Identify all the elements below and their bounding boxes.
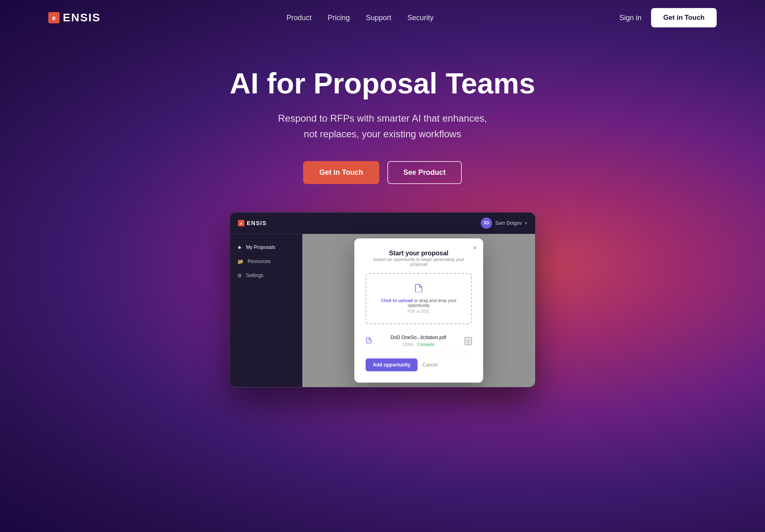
svg-text:e: e [240,221,242,226]
app-screenshot: e ENSIS SD Sam Dotgov ▾ ★ My Proposals [229,212,536,387]
logo-icon: e [48,12,60,23]
sidebar-item-label: Resources [248,259,271,264]
nav-link-pricing[interactable]: Pricing [328,14,350,22]
sidebar-item-my-proposals[interactable]: ★ My Proposals [230,240,302,255]
hero-buttons: Get in Touch See Product [303,161,462,184]
star-icon: ★ [237,244,242,250]
app-logo-icon: e [238,220,244,226]
upload-link[interactable]: Click to upload [381,298,413,303]
app-main: Welco... Urban Ina... Start your proposa… [302,234,535,387]
nav-link-security[interactable]: Security [407,14,434,22]
nav-actions: Sign in Get in Touch [619,8,717,27]
file-status: Complete [417,342,434,347]
sidebar-item-resources[interactable]: 📁 Resources [230,255,302,269]
hero-background: e ENSIS Product Pricing Support Security… [0,0,765,532]
see-product-button[interactable]: See Product [387,161,462,184]
file-info: DoD OneSo...licitation.pdf 100kb · Compl… [376,335,461,348]
modal-title: Start your proposal [366,250,472,257]
modal-close-button[interactable]: × [473,245,477,251]
hero-content: AI for Proposal Teams Respond to RFPs wi… [0,35,765,404]
gear-icon: ⚙ [237,273,242,279]
nav-links: Product Pricing Support Security [287,14,434,22]
file-pdf-icon [366,337,372,345]
logo-area: e ENSIS [48,11,101,24]
upload-file-icon [373,284,465,295]
file-name: DoD OneSo...licitation.pdf [376,335,461,340]
nav-link-support[interactable]: Support [366,14,391,22]
get-in-touch-nav-button[interactable]: Get in Touch [651,8,717,27]
navbar: e ENSIS Product Pricing Support Security… [0,0,765,35]
sign-in-button[interactable]: Sign in [619,14,641,22]
app-username: Sam Dotgov [495,220,522,226]
brand-name: ENSIS [63,11,101,24]
app-sidebar: ★ My Proposals 📁 Resources ⚙ Settings [230,234,302,387]
avatar: SD [481,217,492,229]
app-logo-area: e ENSIS [238,220,267,226]
upload-hint: PDF or DOC [373,309,465,314]
modal-buttons: Add opportunity Cancel [366,358,472,371]
modal-overlay: Start your proposal Import an opportunit… [302,234,535,387]
add-opportunity-button[interactable]: Add opportunity [366,358,418,371]
hero-subtitle: Respond to RFPs with smarter AI that enh… [278,111,487,142]
cancel-button[interactable]: Cancel [422,362,437,368]
folder-icon: 📁 [237,259,244,265]
modal-start-proposal: Start your proposal Import an opportunit… [354,238,483,383]
nav-link-product[interactable]: Product [287,14,312,22]
svg-text:e: e [52,14,56,21]
app-brand-name: ENSIS [247,220,267,226]
app-user-area: SD Sam Dotgov ▾ [481,217,527,229]
dropdown-icon[interactable]: ▾ [525,221,527,225]
app-body: ★ My Proposals 📁 Resources ⚙ Settings We… [230,234,535,387]
hero-title: AI for Proposal Teams [230,68,536,99]
modal-subtitle: Import an opportunity to begin generatin… [366,257,472,267]
sidebar-item-settings[interactable]: ⚙ Settings [230,269,302,283]
get-in-touch-hero-button[interactable]: Get in Touch [303,161,379,184]
modal-header: Start your proposal Import an opportunit… [366,250,472,267]
file-delete-button[interactable]: 🗑 [465,337,472,345]
upload-area[interactable]: Click to upload or drag and drop your op… [366,273,472,324]
app-topbar: e ENSIS SD Sam Dotgov ▾ [230,213,535,234]
sidebar-item-label: My Proposals [246,244,275,250]
upload-text: Click to upload or drag and drop your op… [373,298,465,308]
sidebar-item-label: Settings [246,273,263,278]
file-size: 100kb [402,342,413,347]
file-item: DoD OneSo...licitation.pdf 100kb · Compl… [366,331,472,352]
